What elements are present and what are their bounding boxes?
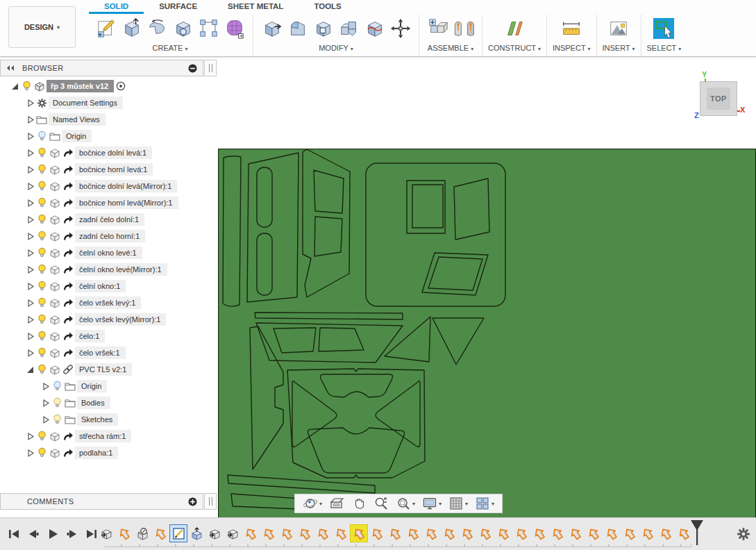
timeline-feature-joint[interactable] bbox=[585, 524, 603, 542]
joint-icon[interactable] bbox=[451, 15, 476, 42]
timeline-feature-joint[interactable] bbox=[242, 524, 260, 542]
tree-item-label[interactable]: Origin bbox=[77, 380, 107, 392]
measure-icon[interactable] bbox=[559, 15, 585, 42]
tree-item-label[interactable]: čelo vršek levý:1 bbox=[75, 297, 141, 309]
timeline-feature-joint[interactable] bbox=[566, 524, 585, 542]
tree-item-label[interactable]: Bodies bbox=[77, 397, 110, 409]
tree-item-label[interactable]: zadní čelo dolní:1 bbox=[75, 213, 144, 226]
chevron-down-icon[interactable]: ▾ bbox=[492, 501, 494, 507]
timeline-feature-new-component[interactable] bbox=[205, 524, 224, 542]
add-comment-icon[interactable] bbox=[188, 497, 197, 506]
go-to-start-icon[interactable] bbox=[6, 526, 22, 542]
expand-node-icon[interactable] bbox=[25, 231, 35, 242]
remove-panel-icon[interactable] bbox=[188, 64, 197, 73]
visibility-bulb-icon[interactable] bbox=[35, 197, 48, 208]
expand-node-icon[interactable] bbox=[25, 298, 35, 308]
visibility-bulb-icon[interactable] bbox=[35, 314, 48, 325]
orbit-icon[interactable]: ▾ bbox=[299, 494, 326, 512]
insert-image-icon[interactable] bbox=[606, 15, 632, 42]
layout-grid-icon[interactable]: ▾ bbox=[445, 494, 471, 512]
timeline-feature-joint[interactable] bbox=[476, 524, 494, 542]
tree-item-label[interactable]: PVC TL5 v2:1 bbox=[75, 363, 132, 376]
timeline-feature-joint[interactable] bbox=[621, 524, 639, 542]
tree-item-label[interactable]: Named Views bbox=[49, 113, 106, 126]
viewcube[interactable]: TOP bbox=[700, 81, 737, 116]
timeline-feature-joint[interactable] bbox=[260, 524, 278, 542]
timeline-feature-joint[interactable] bbox=[512, 524, 530, 542]
timeline-feature-joint[interactable] bbox=[440, 524, 458, 542]
expand-node-icon[interactable] bbox=[40, 415, 51, 425]
timeline-feature-joint[interactable] bbox=[603, 524, 621, 542]
expand-node-icon[interactable] bbox=[25, 215, 35, 225]
timeline-feature-joint[interactable] bbox=[422, 524, 440, 542]
expand-node-icon[interactable] bbox=[40, 398, 51, 408]
visibility-bulb-icon[interactable] bbox=[20, 81, 33, 92]
tree-item-label[interactable]: čelo vršek:1 bbox=[75, 347, 126, 359]
tree-item-label[interactable]: čelní okno levé:1 bbox=[75, 247, 142, 259]
timeline-feature-joint[interactable] bbox=[386, 524, 404, 542]
tree-item-label[interactable]: podlaha:1 bbox=[75, 447, 118, 459]
visibility-bulb-icon[interactable] bbox=[35, 264, 48, 275]
visibility-bulb-icon[interactable] bbox=[35, 164, 48, 175]
tree-item-label[interactable]: bočnice dolní levá(Mirror):1 bbox=[75, 180, 177, 192]
collapse-node-icon[interactable] bbox=[25, 365, 35, 375]
visibility-bulb-icon[interactable] bbox=[35, 431, 48, 442]
timeline-feature-extrude[interactable] bbox=[187, 524, 205, 542]
chevron-down-icon[interactable]: ▾ bbox=[319, 501, 322, 507]
select-icon[interactable] bbox=[651, 15, 677, 42]
browser-panel-grip[interactable] bbox=[204, 60, 217, 76]
expand-node-icon[interactable] bbox=[25, 431, 35, 442]
tree-item-label[interactable]: Document Settings bbox=[49, 97, 123, 109]
collapse-panel-icon[interactable] bbox=[6, 65, 15, 72]
tree-item-label[interactable]: střecha rám:1 bbox=[75, 430, 131, 442]
visibility-bulb-icon[interactable] bbox=[35, 364, 48, 375]
visibility-bulb-icon[interactable] bbox=[51, 414, 63, 425]
tree-item-label[interactable]: zadní čelo horní:1 bbox=[75, 230, 145, 242]
pattern-icon[interactable] bbox=[196, 15, 221, 42]
display-settings-icon[interactable]: ▾ bbox=[419, 494, 445, 512]
visibility-bulb-icon[interactable] bbox=[35, 181, 48, 192]
expand-node-icon[interactable] bbox=[25, 165, 35, 175]
visibility-bulb-icon[interactable] bbox=[35, 214, 48, 225]
tree-item-label[interactable]: čelo vršek levý(Mirror):1 bbox=[75, 313, 166, 326]
tree-item-label[interactable]: bočnice horní levá(Mirror):1 bbox=[75, 197, 178, 209]
expand-node-icon[interactable] bbox=[25, 448, 35, 458]
timeline-feature-joint[interactable] bbox=[314, 524, 332, 542]
tree-item-label[interactable]: Sketches bbox=[77, 413, 118, 426]
timeline-feature-joint[interactable] bbox=[639, 524, 657, 542]
browser-panel-header[interactable]: BROWSER bbox=[0, 60, 203, 76]
collapse-node-icon[interactable] bbox=[10, 81, 20, 92]
new-component-icon[interactable] bbox=[425, 15, 451, 42]
step-back-icon[interactable] bbox=[25, 526, 42, 542]
timeline-feature-sketch[interactable] bbox=[169, 524, 187, 542]
tree-item-label[interactable]: řp 3 můstek v12 bbox=[47, 80, 114, 92]
expand-node-icon[interactable] bbox=[25, 248, 35, 258]
timeline-feature-joint[interactable] bbox=[151, 524, 169, 542]
tree-item-label[interactable]: čelní okno:1 bbox=[75, 280, 126, 292]
visibility-bulb-icon[interactable] bbox=[35, 247, 48, 258]
group-label-create[interactable]: CREATE ▾ bbox=[153, 44, 188, 52]
timeline-feature-new-component[interactable] bbox=[224, 524, 242, 542]
expand-node-icon[interactable] bbox=[25, 148, 35, 158]
visibility-bulb-icon[interactable] bbox=[35, 131, 48, 142]
design-workspace-button[interactable]: DESIGN ▾ bbox=[8, 6, 76, 48]
visibility-bulb-icon[interactable] bbox=[51, 381, 63, 392]
timeline-feature-joint[interactable] bbox=[657, 524, 675, 542]
activate-component-icon[interactable] bbox=[116, 81, 126, 91]
step-forward-icon[interactable] bbox=[64, 526, 81, 542]
expand-node-icon[interactable] bbox=[25, 115, 35, 125]
timeline-feature-joint[interactable] bbox=[115, 524, 133, 542]
pan-icon[interactable] bbox=[348, 494, 370, 512]
visibility-bulb-icon[interactable] bbox=[35, 147, 48, 158]
timeline-feature-joint[interactable] bbox=[332, 524, 350, 542]
comments-panel-grip[interactable] bbox=[204, 493, 217, 510]
viewports-icon[interactable]: ▾ bbox=[471, 494, 498, 512]
expand-node-icon[interactable] bbox=[40, 381, 51, 392]
sweep-icon[interactable] bbox=[170, 15, 196, 42]
visibility-bulb-icon[interactable] bbox=[51, 397, 63, 408]
split-body-icon[interactable] bbox=[362, 15, 387, 42]
expand-node-icon[interactable] bbox=[25, 198, 35, 208]
expand-node-icon[interactable] bbox=[25, 265, 35, 275]
timeline-feature-new-component[interactable] bbox=[97, 524, 115, 542]
expand-node-icon[interactable] bbox=[25, 331, 35, 342]
